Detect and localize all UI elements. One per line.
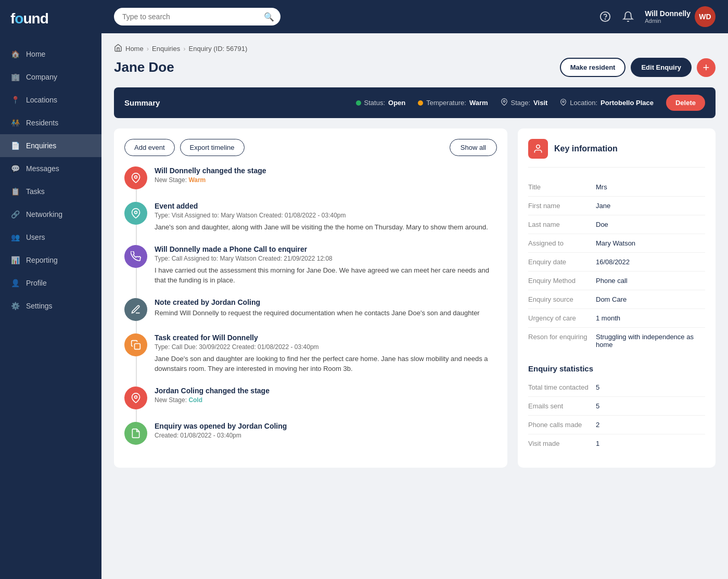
user-role: Admin — [645, 18, 691, 24]
event-icon-task — [124, 333, 147, 356]
key-info-card: Key information TitleMrsFirst nameJaneLa… — [518, 128, 716, 468]
status-item: Status: Open — [356, 99, 406, 107]
edit-enquiry-button[interactable]: Edit Enquiry — [631, 58, 692, 77]
page-title: Jane Doe — [114, 59, 560, 75]
timeline-header: Add event Export timeline Show all — [124, 139, 497, 156]
event-title: Note created by Jordan Coling — [155, 298, 497, 306]
residents-icon: 🧑‍🤝‍🧑 — [10, 118, 20, 127]
event-stage: New Stage: Warm — [155, 176, 497, 184]
stat-value: 2 — [596, 421, 599, 429]
stat-row: Total time contacted5 — [528, 378, 705, 397]
sidebar-item-locations[interactable]: 📍Locations — [0, 88, 101, 111]
timeline-event: Will Donnelly changed the stage New Stag… — [124, 166, 497, 189]
home-icon: 🏠 — [10, 49, 20, 59]
sidebar-item-tasks[interactable]: 📋Tasks — [0, 180, 101, 203]
header-actions: Will Donnelly Admin WD — [599, 6, 716, 27]
add-event-button[interactable]: Add event — [124, 139, 175, 156]
key-info-row: Enquiry date16/08/2022 — [528, 253, 705, 272]
breadcrumb-home[interactable]: Home — [125, 45, 144, 53]
page-actions: Make resident Edit Enquiry + — [560, 58, 716, 77]
sidebar-item-residents[interactable]: 🧑‍🤝‍🧑Residents — [0, 111, 101, 134]
tasks-icon: 📋 — [10, 187, 20, 196]
event-content: Jordan Coling changed the stage New Stag… — [155, 387, 497, 409]
sidebar-label-networking: Networking — [26, 210, 62, 218]
svg-point-7 — [135, 395, 137, 398]
info-label: Title — [528, 183, 596, 191]
info-label: Last name — [528, 221, 596, 228]
event-content: Task created for Will Donnelly Type: Cal… — [155, 333, 497, 374]
breadcrumb-enquiries[interactable]: Enquiries — [152, 45, 180, 53]
avatar-initials: WD — [699, 12, 711, 21]
make-resident-button[interactable]: Make resident — [560, 58, 626, 77]
stage-value: Visit — [533, 99, 547, 107]
sidebar-item-company[interactable]: 🏢Company — [0, 66, 101, 88]
user-info: Will Donnelly Admin WD — [645, 6, 716, 27]
temp-label: Temperature: — [426, 99, 466, 107]
event-title: Enquiry was opened by Jordan Coling — [155, 422, 497, 430]
sidebar-label-enquiries: Enquiries — [26, 141, 56, 150]
sidebar-label-messages: Messages — [26, 164, 59, 173]
timeline-card: Add event Export timeline Show all Will … — [114, 128, 507, 468]
sidebar-item-messages[interactable]: 💬Messages — [0, 157, 101, 180]
event-meta: Type: Call Due: 30/09/2022 Created: 01/0… — [155, 343, 497, 351]
search-box: 🔍 — [114, 8, 280, 25]
event-content: Will Donnelly made a Phone Call to enqui… — [155, 245, 497, 286]
breadcrumb: Home › Enquiries › Enquiry (ID: 56791) — [114, 44, 716, 54]
key-info-row: First nameJane — [528, 197, 705, 215]
event-body: Remind Will Donnelly to request the requ… — [155, 308, 497, 318]
sidebar-item-profile[interactable]: 👤Profile — [0, 272, 101, 294]
info-value: Doe — [596, 221, 608, 228]
key-info-row: Reson for enquiringStruggling with indep… — [528, 328, 705, 354]
sidebar-label-company: Company — [26, 73, 57, 81]
timeline-event: Jordan Coling changed the stage New Stag… — [124, 387, 497, 409]
timeline-event: Enquiry was opened by Jordan Coling Crea… — [124, 422, 497, 445]
info-label: Urgency of care — [528, 314, 596, 322]
location-icon — [560, 99, 567, 107]
avatar[interactable]: WD — [695, 6, 716, 27]
key-info-row: Last nameDoe — [528, 215, 705, 234]
event-icon-note — [124, 298, 147, 321]
stat-row: Emails sent5 — [528, 397, 705, 416]
help-icon[interactable] — [599, 10, 611, 23]
app-header: 🔍 Will Donnelly Admin WD — [101, 0, 728, 33]
stat-row: Phone calls made2 — [528, 416, 705, 434]
event-body: Jane Doe's son and daughter are looking … — [155, 354, 497, 374]
statistics-fields: Total time contacted5Emails sent5Phone c… — [528, 378, 705, 453]
delete-button[interactable]: Delete — [666, 95, 705, 111]
summary-bar: Summary Status: Open Temperature: Warm S… — [114, 87, 716, 118]
sidebar-item-home[interactable]: 🏠Home — [0, 43, 101, 66]
sidebar-label-reporting: Reporting — [26, 256, 58, 264]
event-content: Enquiry was opened by Jordan Coling Crea… — [155, 422, 497, 445]
sidebar-nav: 🏠Home🏢Company📍Locations🧑‍🤝‍🧑Residents📄En… — [0, 43, 101, 579]
logo[interactable]: found — [0, 0, 101, 43]
export-timeline-button[interactable]: Export timeline — [180, 139, 245, 156]
stat-row: Visit made1 — [528, 434, 705, 453]
sidebar: found 🏠Home🏢Company📍Locations🧑‍🤝‍🧑Reside… — [0, 0, 101, 579]
sidebar-item-settings[interactable]: ⚙️Settings — [0, 294, 101, 317]
location-item: Location: Portobello Place — [560, 99, 654, 107]
page-content: Home › Enquiries › Enquiry (ID: 56791) J… — [101, 33, 728, 579]
temperature-item: Temperature: Warm — [418, 99, 488, 107]
search-input[interactable] — [114, 8, 280, 25]
show-all-button[interactable]: Show all — [450, 139, 497, 156]
messages-icon: 💬 — [10, 164, 20, 173]
info-value: 1 month — [596, 314, 620, 322]
sidebar-item-enquiries[interactable]: 📄Enquiries — [0, 134, 101, 157]
breadcrumb-current: Enquiry (ID: 56791) — [189, 45, 248, 53]
timeline-event: Will Donnelly made a Phone Call to enqui… — [124, 245, 497, 286]
timeline-event: Event added Type: Visit Assigned to: Mar… — [124, 202, 497, 233]
location-value: Portobello Place — [601, 99, 654, 107]
stat-label: Phone calls made — [528, 421, 596, 429]
svg-point-1 — [605, 19, 606, 19]
event-content: Note created by Jordan Coling Remind Wil… — [155, 298, 497, 321]
sidebar-item-reporting[interactable]: 📊Reporting — [0, 249, 101, 272]
info-label: Enquiry date — [528, 258, 596, 266]
event-body: Jane's son and daughter, along with Jane… — [155, 222, 497, 233]
sidebar-item-networking[interactable]: 🔗Networking — [0, 203, 101, 226]
add-button[interactable]: + — [697, 58, 716, 77]
event-stage: New Stage: Cold — [155, 396, 497, 404]
notification-icon[interactable] — [622, 10, 634, 23]
info-value: 16/08/2022 — [596, 258, 630, 266]
info-value: Struggling with independence as home — [596, 333, 705, 349]
sidebar-item-users[interactable]: 👥Users — [0, 226, 101, 249]
